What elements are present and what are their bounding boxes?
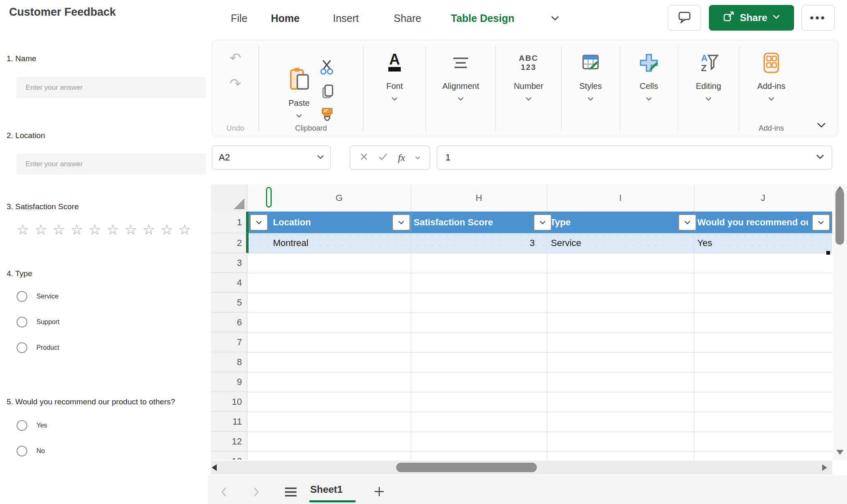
row-header-4[interactable]: 4 [211,273,247,293]
column-header-J[interactable]: J [751,184,775,212]
radio-option[interactable]: Product [17,341,59,355]
radio-option-label: Product [36,344,59,351]
filter-dropdown-button[interactable] [678,214,696,231]
table-header-cell[interactable]: Satisfaction Score [414,212,531,233]
menu-file[interactable]: File [231,12,247,24]
next-sheet-button[interactable] [251,486,261,499]
star-icon[interactable]: ☆ [17,222,29,236]
insert-function-button[interactable]: fx [398,152,405,163]
undo-button[interactable]: ↶ [230,45,242,71]
sort-filter-icon: A Z [696,45,721,81]
row-header-2[interactable]: 2 [211,233,247,253]
number-button[interactable]: ABC 123 Number [514,45,543,103]
row-header-7[interactable]: 7 [211,332,247,352]
row-header-1[interactable]: 1 [211,212,247,233]
menu-share[interactable]: Share [394,12,421,24]
styles-button[interactable]: Styles [578,45,603,103]
star-icon[interactable]: ☆ [142,222,155,236]
menu-chevron-down-icon[interactable] [550,15,560,23]
filter-dropdown-button[interactable] [392,214,410,231]
styles-chevron-down-icon [587,95,594,103]
add-sheet-button[interactable] [373,485,385,499]
row-header-13[interactable]: 13 [211,451,247,460]
scroll-left-icon[interactable] [212,464,217,471]
star-icon[interactable]: ☆ [53,222,65,236]
column-header-I[interactable]: I [608,184,633,212]
star-icon[interactable]: ☆ [124,222,137,236]
table-header-cell[interactable]: Type [550,212,674,233]
row-header-3[interactable]: 3 [211,253,247,273]
name-input[interactable] [17,77,206,98]
column-header-H[interactable]: H [467,184,491,212]
alignment-button[interactable]: Alignment [443,45,479,103]
menu-insert[interactable]: Insert [333,12,359,24]
star-icon[interactable]: ☆ [89,222,101,236]
more-options-button[interactable]: ••• [802,5,835,31]
radio-option[interactable]: Support [17,315,60,329]
radio-option[interactable]: Yes [17,418,47,432]
vertical-scrollbar-thumb[interactable] [835,189,844,245]
previous-sheet-button[interactable] [219,486,229,499]
gridline [247,332,832,333]
column-header-G[interactable]: G [327,184,352,212]
fx-chevron-down-icon[interactable] [415,154,421,161]
filter-dropdown-button[interactable] [812,214,830,231]
row-header-10[interactable]: 10 [211,392,247,412]
row-header-9[interactable]: 9 [211,372,247,392]
format-painter-button[interactable] [318,106,336,126]
filter-dropdown-button[interactable] [534,214,552,231]
cell-row2-col-J[interactable]: Yes [697,233,830,253]
star-icon[interactable]: ☆ [34,222,47,236]
row-header-12[interactable]: 12 [211,432,247,451]
radio-circle-icon[interactable] [17,420,27,431]
row-header-8[interactable]: 8 [211,352,247,372]
row-header-11[interactable]: 11 [211,412,247,432]
select-all-corner[interactable] [211,184,247,212]
table-resize-handle[interactable] [826,251,830,255]
table-header-cell[interactable]: Location [273,212,397,233]
menu-table-design[interactable]: Table Design [451,12,514,24]
addins-button[interactable]: Add-ins [757,45,785,103]
font-button[interactable]: A Font [383,45,406,103]
all-sheets-menu-button[interactable] [284,486,298,499]
scroll-right-icon[interactable] [822,464,827,471]
comments-button[interactable] [668,5,701,31]
star-icon[interactable]: ☆ [70,222,83,236]
cells-button[interactable]: Cells [636,45,661,103]
location-input[interactable] [17,153,206,175]
radio-circle-icon[interactable] [17,446,27,456]
table-header-cell[interactable]: Would you recommend our product to other… [697,212,808,233]
redo-button[interactable]: ↷ [230,71,242,96]
radio-circle-icon[interactable] [17,291,27,302]
paste-button[interactable]: Paste [286,62,312,119]
copy-button[interactable] [318,82,336,102]
editing-group: A Z Editing [678,40,739,136]
menu-home[interactable]: Home [271,12,299,24]
editing-button[interactable]: A Z Editing [696,45,721,103]
cell-row2-col-G[interactable]: Montreal [273,233,405,253]
formula-bar-expand-icon[interactable] [815,154,825,162]
share-button[interactable]: Share [709,5,794,31]
radio-circle-icon[interactable] [17,342,27,353]
star-icon[interactable]: ☆ [178,222,191,236]
radio-option[interactable]: Service [17,289,58,303]
radio-option[interactable]: No [17,444,45,458]
cut-button[interactable] [318,58,336,78]
cancel-icon[interactable] [359,152,368,163]
cell-row2-col-H[interactable]: 3 [411,233,535,253]
radio-circle-icon[interactable] [17,317,27,327]
sheet-tab-sheet1[interactable]: Sheet1 [310,484,343,495]
scroll-down-icon[interactable] [836,450,844,455]
name-box[interactable]: A2 [212,146,331,170]
star-icon[interactable]: ☆ [160,222,173,236]
scissors-icon [318,58,336,78]
star-icon[interactable]: ☆ [106,222,119,236]
filter-dropdown-button[interactable] [250,214,268,231]
row-header-6[interactable]: 6 [211,313,247,332]
formula-input[interactable]: 1 [437,146,832,170]
enter-check-icon[interactable] [378,153,388,162]
row-header-5[interactable]: 5 [211,293,247,313]
ribbon-collapse-button[interactable] [816,122,827,130]
cell-row2-col-I[interactable]: Service [551,233,683,253]
horizontal-scrollbar-thumb[interactable] [396,463,537,472]
